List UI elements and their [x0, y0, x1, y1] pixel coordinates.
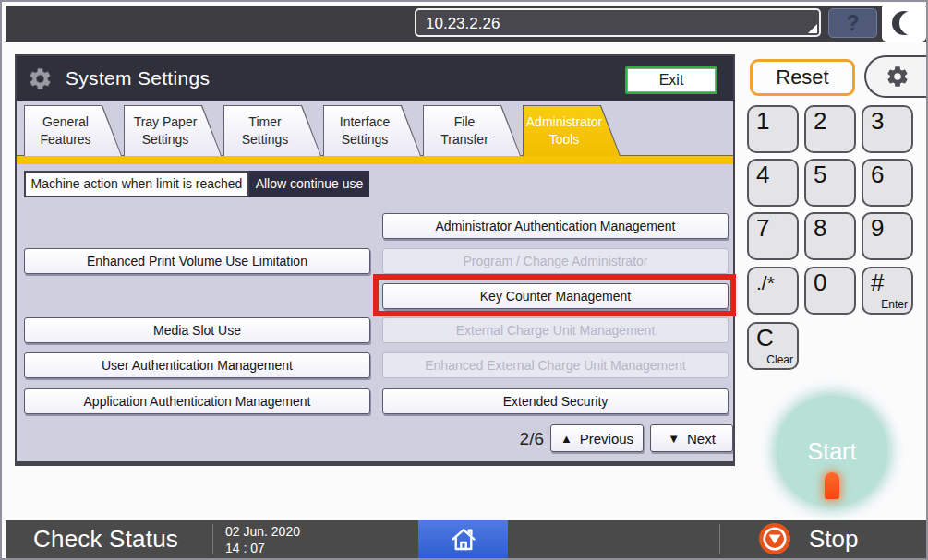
- start-label: Start: [808, 438, 857, 465]
- address-input[interactable]: 10.23.2.26: [415, 8, 821, 37]
- external-charge-unit-button: External Charge Unit Management: [382, 317, 729, 343]
- system-settings-panel: System Settings Exit GeneralFeatures Tra…: [15, 54, 735, 466]
- enhanced-print-volume-button[interactable]: Enhanced Print Volume Use Limitation: [24, 248, 370, 274]
- divider: [212, 524, 213, 554]
- time-text: 14 : 07: [225, 541, 300, 557]
- key-clear[interactable]: C Clear: [747, 322, 799, 370]
- tab-tray-paper-settings[interactable]: Tray PaperSettings: [124, 105, 222, 156]
- reset-button[interactable]: Reset: [750, 59, 855, 96]
- device-screen: 10.23.2.26 ? System Settings Exit Genera…: [0, 0, 928, 560]
- divider: [719, 524, 720, 554]
- panel-title-bar: System Settings Exit: [17, 56, 733, 101]
- page-title: System Settings: [66, 67, 210, 89]
- admin-authentication-management-button[interactable]: Administrator Authentication Management: [382, 213, 729, 239]
- up-triangle-icon: ▲: [560, 432, 572, 446]
- exit-button[interactable]: Exit: [625, 66, 717, 94]
- key-counter-management-button[interactable]: Key Counter Management: [382, 283, 729, 309]
- page-indicator: 2/6: [483, 429, 544, 449]
- corner-triangle-icon: [808, 24, 817, 33]
- key-7[interactable]: 7: [747, 212, 799, 260]
- status-bar: Check Status 02 Jun. 2020 14 : 07 Stop: [6, 520, 926, 558]
- limit-action-label: Machine action when limit is reached: [24, 171, 249, 197]
- home-button[interactable]: [418, 520, 508, 558]
- stop-button[interactable]: Stop: [809, 520, 859, 558]
- home-icon: [449, 525, 478, 554]
- help-button[interactable]: ?: [828, 8, 877, 38]
- settings-pill-button[interactable]: [864, 55, 928, 98]
- clear-label: Clear: [766, 353, 793, 366]
- tab-administrator-tools[interactable]: AdministratorTools: [523, 105, 621, 156]
- key-1[interactable]: 1: [747, 105, 799, 153]
- extended-security-button[interactable]: Extended Security: [382, 388, 729, 414]
- stop-icon[interactable]: [759, 523, 790, 554]
- enhanced-external-charge-unit-button: Enhanced External Charge Unit Management: [382, 352, 729, 378]
- key-9[interactable]: 9: [862, 212, 913, 260]
- tab-timer-settings[interactable]: TimerSettings: [223, 105, 321, 156]
- media-slot-use-button[interactable]: Media Slot Use: [24, 317, 370, 343]
- key-8[interactable]: 8: [804, 212, 856, 260]
- program-change-administrator-button: Program / Change Administrator: [382, 248, 729, 274]
- moon-icon: [892, 11, 916, 35]
- key-5[interactable]: 5: [804, 159, 856, 207]
- key-dot-star[interactable]: ./*: [747, 267, 799, 315]
- gear-icon: [28, 66, 53, 91]
- limit-action-value: Allow continue use: [249, 171, 369, 197]
- datetime-display: 02 Jun. 2020 14 : 07: [225, 524, 300, 556]
- key-0[interactable]: 0: [804, 267, 856, 315]
- tab-underline-bar: [17, 155, 733, 164]
- date-text: 02 Jun. 2020: [225, 524, 300, 541]
- previous-button[interactable]: ▲ Previous: [550, 424, 644, 452]
- gear-icon: [886, 65, 910, 89]
- top-bar: 10.23.2.26 ?: [6, 6, 926, 42]
- down-triangle-icon: ▼: [668, 432, 680, 446]
- key-enter[interactable]: # Enter: [862, 267, 913, 315]
- tab-file-transfer[interactable]: FileTransfer: [423, 105, 521, 156]
- address-value: 10.23.2.26: [426, 15, 500, 32]
- check-status-button[interactable]: Check Status: [33, 520, 178, 558]
- help-label: ?: [846, 11, 859, 35]
- key-3[interactable]: 3: [862, 105, 913, 153]
- application-authentication-management-button[interactable]: Application Authentication Management: [24, 388, 370, 414]
- tab-general-features[interactable]: GeneralFeatures: [24, 105, 122, 156]
- key-2[interactable]: 2: [804, 105, 856, 153]
- energy-saver-button[interactable]: [882, 4, 926, 42]
- user-authentication-management-button[interactable]: User Authentication Management: [24, 352, 370, 378]
- key-4[interactable]: 4: [747, 159, 799, 207]
- key-6[interactable]: 6: [862, 159, 913, 207]
- start-indicator-light-icon: [825, 472, 839, 499]
- next-button[interactable]: ▼ Next: [650, 424, 733, 452]
- tab-interface-settings[interactable]: InterfaceSettings: [323, 105, 421, 156]
- enter-label: Enter: [881, 298, 908, 311]
